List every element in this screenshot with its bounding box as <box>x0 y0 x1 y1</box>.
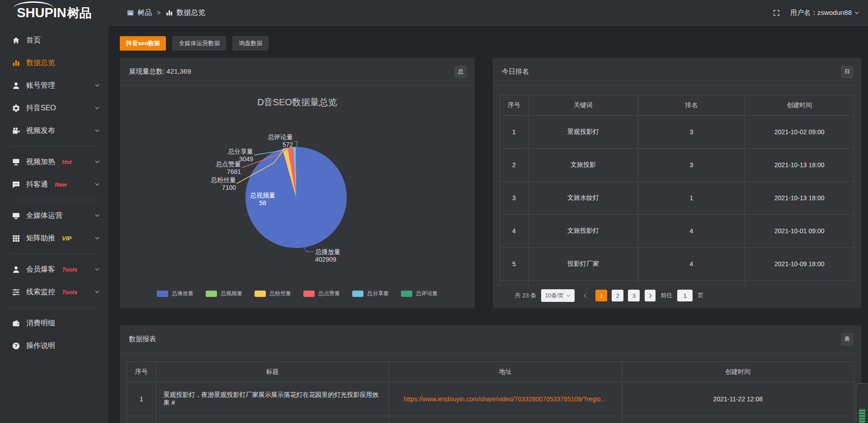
breadcrumb-label: 数据总览 <box>176 8 205 18</box>
user-menu[interactable]: 用户名：zswodun88 <box>790 9 860 17</box>
monitor-icon <box>12 212 20 220</box>
tab-0[interactable]: 抖音seo数据 <box>120 36 166 51</box>
sidebar-item-video-publish[interactable]: 视频发布 <box>0 119 108 142</box>
tab-2[interactable]: 询盘数据 <box>232 36 269 51</box>
table-header-cell: 创建时间 <box>745 95 854 116</box>
page-size-value: 10条/页 <box>545 292 564 300</box>
table-cell: 文旅投影 <box>528 149 638 182</box>
sidebar-divider <box>9 146 99 146</box>
sidebar-item-data-overview[interactable]: 数据总览 <box>0 52 108 74</box>
page-button-2[interactable]: 2 <box>612 290 623 301</box>
sidebar-item-badge: Tools <box>62 266 77 273</box>
sidebar-item-clue-monitor[interactable]: 线索监控Tools <box>0 281 108 303</box>
floating-widget-qr <box>859 409 865 423</box>
sidebar-item-douketong[interactable]: 抖客通New <box>0 173 108 196</box>
app-icon <box>127 9 134 17</box>
wallet-icon <box>12 319 20 328</box>
ranking-card: 今日排名 日 序号关键词排名创建时间1景观投影灯32021-10-02 09:0… <box>493 58 861 308</box>
table-cell <box>500 281 528 287</box>
total-badge-button[interactable]: 总 <box>454 66 467 78</box>
sidebar-item-label: 操作说明 <box>26 341 55 351</box>
legend-item[interactable]: 总粉丝量 <box>255 290 291 297</box>
tab-1[interactable]: 全媒体运营数据 <box>172 36 226 51</box>
table-cell: 文旅水纹灯 <box>528 182 638 215</box>
sidebar-item-home[interactable]: 首页 <box>0 29 108 52</box>
table-cell: 3 <box>638 149 745 182</box>
table-cell: 2021-10-13 18:00 <box>745 149 854 182</box>
sidebar-item-consume-detail[interactable]: 消费明细 <box>0 312 108 334</box>
table-cell: 3 <box>500 182 528 215</box>
sidebar-item-operation-guide[interactable]: ?操作说明 <box>0 334 108 357</box>
table-cell: 投影灯厂家 <box>528 248 638 281</box>
chevron-down-icon <box>94 266 100 273</box>
pie-label-fans: 总粉丝量7100 <box>211 176 236 192</box>
breadcrumb-separator: > <box>157 9 160 16</box>
table-cell: 2021-10-01 09:00 <box>745 215 854 248</box>
sidebar-item-label: 抖音SEO <box>26 103 56 113</box>
prev-page-button[interactable] <box>580 290 590 301</box>
legend-label: 总分享量 <box>367 290 389 297</box>
page-button-3[interactable]: 3 <box>628 290 640 301</box>
table-cell <box>528 281 638 287</box>
floating-widget[interactable] <box>856 383 868 423</box>
sidebar-item-douyin-seo[interactable]: 抖音SEO <box>0 97 108 119</box>
question-icon: ? <box>12 342 20 350</box>
page-button-1[interactable]: 1 <box>595 290 607 301</box>
table-cell <box>127 416 156 423</box>
chevron-down-icon <box>854 10 860 16</box>
legend-label: 总粉丝量 <box>269 290 291 297</box>
sliders-icon <box>12 288 20 296</box>
table-badge-button[interactable]: 表 <box>841 333 854 346</box>
legend-item[interactable]: 总分享量 <box>352 290 389 297</box>
breadcrumb-item[interactable]: 树品 <box>127 8 152 18</box>
sidebar-divider <box>9 254 99 254</box>
report-table: 序号标题地址创建时间1景观投影灯，夜游景观投影灯厂家展示展示落花灯在花园里的灯光… <box>127 362 854 423</box>
sidebar-item-matrix-boost[interactable]: 矩阵助推VIP <box>0 227 108 249</box>
user-icon <box>12 81 20 90</box>
goto-page-input[interactable] <box>677 290 693 301</box>
chevron-down-icon <box>94 127 100 134</box>
sidebar-item-video-heat[interactable]: 视频加热Hot <box>0 150 108 173</box>
chevron-down-icon <box>94 235 100 241</box>
breadcrumb: 树品>数据总览 <box>127 8 205 18</box>
legend-swatch <box>401 291 412 297</box>
gear-icon <box>12 104 20 113</box>
next-page-button[interactable] <box>645 290 656 301</box>
legend-item[interactable]: 总播放量 <box>157 290 193 297</box>
logo-text-cn: 树品 <box>67 5 92 21</box>
svg-text:?: ? <box>14 343 18 348</box>
legend-item[interactable]: 总点赞量 <box>303 290 340 297</box>
legend-swatch <box>255 291 266 297</box>
table-cell: 文旅投影灯 <box>528 215 638 248</box>
table-header-cell: 关键词 <box>528 95 638 116</box>
data-tabs: 抖音seo数据全媒体运营数据询盘数据 <box>120 36 269 51</box>
legend-swatch <box>157 291 168 297</box>
chart-legend: 总播放量总视频量总粉丝量总点赞量总分享量总评论量 <box>120 290 475 297</box>
day-badge-button[interactable]: 日 <box>841 66 854 78</box>
table-cell: 4 <box>638 215 745 248</box>
chevron-down-icon <box>566 293 571 298</box>
sidebar-item-account-manage[interactable]: 账号管理 <box>0 74 108 97</box>
legend-item[interactable]: 总视频量 <box>206 290 242 297</box>
fullscreen-icon[interactable] <box>773 9 780 17</box>
page-size-select[interactable]: 10条/页 <box>541 289 575 302</box>
table-link-cell[interactable] <box>389 416 622 423</box>
sidebar-menu: 首页数据总览账号管理抖音SEO视频发布视频加热Hot抖客通New全媒体运营矩阵助… <box>0 26 108 357</box>
table-row: 1景观投影灯32021-10-02 09:00 <box>500 116 854 149</box>
table-row: 1景观投影灯，夜游景观投影灯厂家展示展示落花灯在花园里的灯光投影应用效果 #ht… <box>127 382 854 416</box>
table-header-cell: 序号 <box>500 95 528 116</box>
sidebar-divider <box>9 200 99 200</box>
table-cell: 5 <box>500 248 528 281</box>
pie-chart-area: D音SEO数据量总览 总评论量572 总分享量3049 总点赞量7681 总粉丝… <box>120 86 475 308</box>
sidebar-item-media-operation[interactable]: 全媒体运营 <box>0 204 108 227</box>
legend-swatch <box>303 291 315 297</box>
sidebar-item-badge: Tools <box>62 289 77 296</box>
topbar-right: 用户名：zswodun88 <box>773 9 860 17</box>
screen-icon <box>12 158 20 166</box>
table-row <box>500 281 854 287</box>
table-link-cell[interactable]: https://www.iesdouyin.com/share/video/70… <box>389 382 622 416</box>
home-icon <box>12 36 20 45</box>
sidebar-item-member-baoke[interactable]: 会员爆客Tools <box>0 258 108 281</box>
breadcrumb-item[interactable]: 数据总览 <box>165 8 205 18</box>
bar-chart-icon <box>12 59 20 67</box>
